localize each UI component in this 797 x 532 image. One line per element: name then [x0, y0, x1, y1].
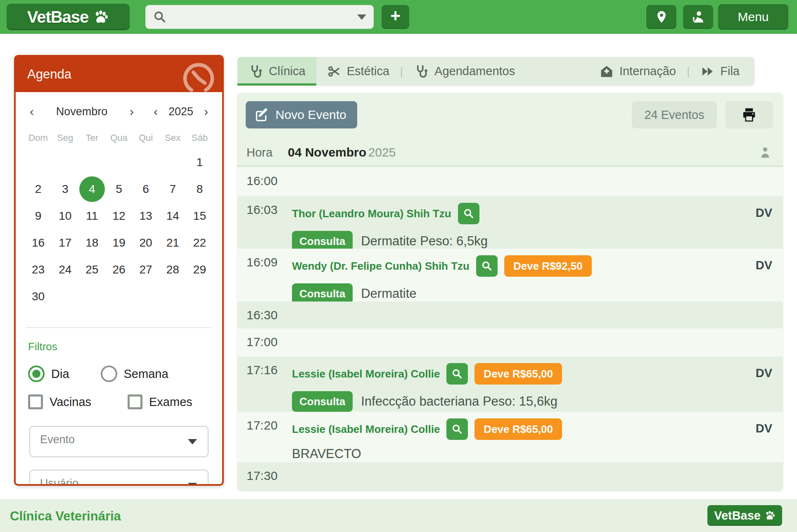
calendar-day[interactable]: 1: [186, 151, 213, 174]
paw-icon: [764, 510, 776, 521]
calendar-day[interactable]: 12: [105, 204, 132, 228]
tab-fila-label: Fila: [720, 64, 740, 78]
calendar-year-label: 2025: [160, 105, 202, 118]
calendar-day[interactable]: 25: [78, 258, 105, 281]
sidebar-divider: [26, 327, 211, 328]
veterinarian-button[interactable]: [683, 5, 713, 29]
calendar-day[interactable]: 8: [186, 178, 213, 201]
event-filter-select[interactable]: Evento: [29, 426, 209, 457]
calendar-day[interactable]: 18: [78, 231, 105, 254]
radio-day[interactable]: [28, 366, 45, 382]
next-year-button[interactable]: ›: [202, 104, 211, 119]
schedule-row-empty[interactable]: 16:00: [237, 167, 783, 196]
calendar-day[interactable]: 28: [159, 258, 186, 281]
calendar-day[interactable]: 23: [25, 258, 52, 281]
calendar-day[interactable]: 17: [52, 231, 78, 254]
calendar-grid: 1 2 3 4 5 6 7 8 9 10 11 12 13 14 15 16 1…: [25, 151, 213, 308]
app-logo[interactable]: VetBase: [7, 4, 130, 30]
global-search: [145, 5, 374, 29]
calendar-day[interactable]: 10: [52, 204, 78, 228]
location-pin-icon: [655, 10, 669, 24]
schedule-row-empty[interactable]: 17:00: [237, 328, 783, 356]
calendar-day[interactable]: 16: [25, 231, 52, 254]
calendar-day[interactable]: 26: [105, 258, 132, 281]
event-search-button[interactable]: [446, 418, 468, 440]
event-search-button[interactable]: [476, 255, 498, 277]
add-button[interactable]: +: [382, 5, 409, 29]
calendar-day[interactable]: 2: [25, 178, 52, 201]
amount-due-badge[interactable]: Deve R$92,50: [504, 255, 592, 277]
printer-icon: [741, 107, 757, 123]
calendar-day[interactable]: 11: [78, 204, 105, 228]
tab-separator: |: [400, 65, 403, 78]
calendar-day[interactable]: 27: [133, 258, 159, 281]
schedule-row-event: 16:09 Wendy (Dr. Felipe Cunha) Shih Tzu …: [237, 249, 783, 302]
calendar-day[interactable]: 19: [105, 231, 132, 254]
prev-year-button[interactable]: ‹: [151, 104, 160, 119]
chevron-down-icon: [188, 439, 197, 444]
calendar-day[interactable]: 6: [133, 178, 159, 201]
event-search-button[interactable]: [446, 363, 468, 385]
tab-agendamentos[interactable]: Agendamentos: [403, 57, 526, 86]
row-time: 17:16: [247, 363, 278, 377]
fast-forward-icon: [700, 64, 714, 78]
calendar-day[interactable]: 20: [133, 231, 159, 254]
event-patient-link[interactable]: Wendy (Dr. Felipe Cunha) Shih Tzu: [292, 260, 470, 273]
user-filter-select[interactable]: Usuário: [29, 470, 209, 486]
calendar-day[interactable]: 22: [186, 231, 213, 254]
calendar-day[interactable]: 5: [105, 178, 132, 201]
event-search-button[interactable]: [458, 203, 479, 224]
edit-icon: [254, 107, 270, 123]
schedule-row-empty[interactable]: 17:30: [237, 462, 783, 491]
location-button[interactable]: [646, 5, 676, 29]
calendar-day[interactable]: 14: [159, 204, 186, 228]
person-icon[interactable]: [758, 145, 772, 159]
tab-fila[interactable]: Fila: [690, 57, 750, 86]
weekday-label: Dom: [25, 133, 52, 143]
footer-logo[interactable]: VetBase: [707, 505, 782, 526]
prev-month-button[interactable]: ‹: [27, 104, 36, 119]
weekday-label: Sáb: [186, 133, 213, 143]
search-input[interactable]: [172, 11, 357, 24]
event-patient-link[interactable]: Lessie (Isabel Moreira) Collie: [292, 368, 440, 380]
menu-button[interactable]: Menu: [718, 4, 788, 30]
new-event-label: Novo Evento: [275, 108, 346, 122]
calendar-day[interactable]: 15: [186, 204, 213, 228]
row-time: 16:00: [247, 174, 278, 188]
calendar-day[interactable]: 9: [25, 204, 52, 228]
search-icon: [153, 10, 167, 24]
checkbox-exams[interactable]: [128, 394, 142, 409]
print-button[interactable]: [725, 101, 773, 128]
amount-due-badge[interactable]: Deve R$65,00: [474, 418, 562, 440]
user-filter-placeholder: Usuário: [40, 477, 78, 486]
calendar-weekday-header: Dom Seg Ter Qua Qui Sex Sáb: [25, 133, 213, 143]
tab-internacao[interactable]: Internação: [589, 57, 687, 86]
hospital-icon: [600, 64, 614, 78]
event-type-badge: Consulta: [292, 283, 353, 304]
tab-estetica[interactable]: Estética: [316, 57, 400, 86]
checkbox-vaccines-label: Vacinas: [50, 395, 91, 409]
event-patient-link[interactable]: Lessie (Isabel Moreira) Collie: [292, 423, 440, 436]
agenda-header: Agenda: [16, 57, 222, 92]
weekday-label: Qui: [133, 133, 159, 143]
tab-clinica[interactable]: Clínica: [237, 57, 316, 86]
calendar-day[interactable]: 30: [25, 285, 52, 308]
calendar-day-selected[interactable]: 4: [78, 178, 105, 201]
calendar-day[interactable]: 3: [52, 178, 78, 201]
event-description: Dermatite Peso: 6,5kg: [361, 234, 488, 249]
calendar-day[interactable]: 24: [52, 258, 78, 281]
radio-week[interactable]: [101, 366, 117, 382]
calendar-day: [105, 285, 132, 308]
calendar-day[interactable]: 29: [186, 258, 213, 281]
calendar-day[interactable]: 21: [159, 231, 186, 254]
next-month-button[interactable]: ›: [127, 104, 136, 119]
checkbox-vaccines[interactable]: [28, 394, 43, 409]
schedule-row-empty[interactable]: 16:30: [237, 302, 783, 328]
calendar-day[interactable]: 7: [159, 178, 186, 201]
amount-due-badge[interactable]: Deve R$65,00: [474, 363, 562, 385]
checkbox-exams-label: Exames: [149, 395, 192, 409]
search-dropdown-caret-icon[interactable]: [357, 14, 366, 20]
new-event-button[interactable]: Novo Evento: [246, 101, 357, 128]
calendar-day[interactable]: 13: [133, 204, 159, 228]
event-patient-link[interactable]: Thor (Leandro Moura) Shih Tzu: [292, 207, 451, 220]
